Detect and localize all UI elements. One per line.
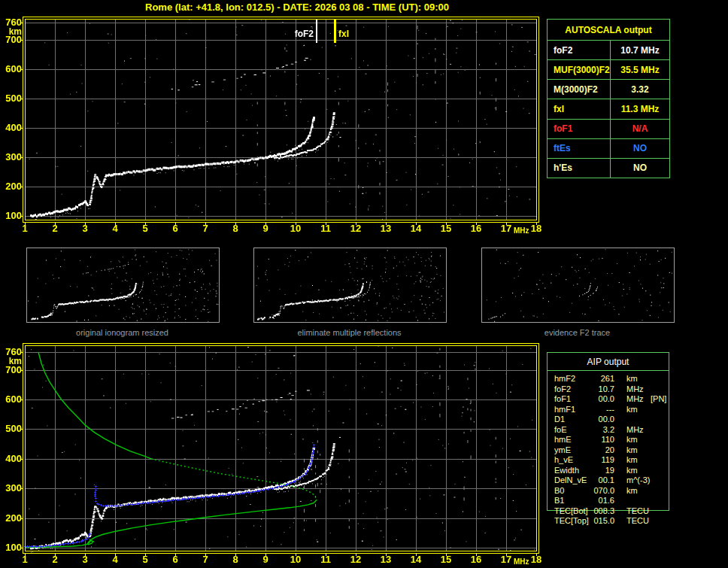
parameter-name: B1 <box>554 496 564 506</box>
x-tick-label: 18 <box>527 223 545 234</box>
x-tick-label: 7 <box>196 223 214 234</box>
parameter-value: 10.7 <box>586 384 614 394</box>
aip-table-header: AIP output <box>547 357 669 367</box>
parameter-unit: TECU <box>626 516 649 526</box>
thumbnail-caption: eliminate multiple reflections <box>253 328 445 337</box>
x-tick-label: 12 <box>347 554 365 565</box>
page-title: Rome (lat: +41.8, lon: 012.5) - DATE: 20… <box>71 2 523 13</box>
parameter-unit: MHz <box>626 384 644 394</box>
parameter-unit: km <box>626 374 638 384</box>
thumbnail-caption: original ionogram resized <box>26 328 218 337</box>
fof2-marker-label: foF2 <box>286 29 314 39</box>
parameter-name: h_vE <box>554 455 573 465</box>
autoscala-table-row: foF210.7 MHz <box>548 41 669 60</box>
parameter-value: 3.2 <box>586 425 614 435</box>
y-tick-label: 300 <box>1 484 22 493</box>
x-tick-label: 3 <box>76 223 94 234</box>
thumbnail-evidence-f2-trace <box>481 248 675 323</box>
autoscala-table-row: MUF(3000)F235.5 MHz <box>548 60 669 80</box>
parameter-unit: km <box>626 435 638 445</box>
parameter-name: foF1 <box>554 394 571 404</box>
aip-table-row: hmE110km <box>547 435 712 445</box>
x-tick-label: 4 <box>106 223 124 234</box>
x-tick-label: 16 <box>467 554 485 565</box>
parameter-value: --- <box>586 405 614 415</box>
x-tick-label: 1 <box>16 554 34 565</box>
fxi-marker-label: fxI <box>338 29 349 39</box>
parameter-value: 00.1 <box>586 475 614 485</box>
parameter-value: 10.7 MHz <box>611 41 669 59</box>
parameter-name: foE <box>554 425 567 435</box>
x-tick-label: 18 <box>527 554 545 565</box>
y-tick-label: 400 <box>1 454 22 463</box>
aip-table-row: foF210.7MHz <box>547 384 712 394</box>
x-tick-label: 14 <box>407 223 425 234</box>
aip-table-row: hmF2261km <box>547 374 712 384</box>
parameter-unit: km <box>626 445 638 455</box>
x-tick-label: 4 <box>106 554 124 565</box>
aip-table-row: DelN_vE00.1m^(-3) <box>547 475 712 485</box>
autoscala-table-row: ftEsNO <box>548 139 669 159</box>
y-tick-label: 100 <box>1 543 22 552</box>
aip-table-row: ymE20km <box>547 445 712 455</box>
aip-table-row: h_vE119km <box>547 455 712 465</box>
x-tick-label: 12 <box>347 223 365 234</box>
parameter-unit: MHz <box>626 394 644 404</box>
autoscala-table-row: M(3000)F23.32 <box>548 80 669 99</box>
x-tick-label: 8 <box>226 554 244 565</box>
autoscala-table-row: h'EsNO <box>548 159 669 178</box>
thumbnail-eliminate-reflections <box>253 248 447 323</box>
x-tick-label: 1 <box>16 223 34 234</box>
y-tick-label: 500 <box>1 424 22 433</box>
x-axis-unit-label: MHz <box>514 226 529 235</box>
parameter-value: 015.0 <box>586 516 614 526</box>
y-tick-label: 200 <box>1 182 22 191</box>
aip-table-row: TEC[Top]015.0TECU <box>547 516 712 526</box>
x-axis-unit-label: MHz <box>514 557 529 566</box>
x-tick-label: 13 <box>377 223 395 234</box>
y-tick-label: 700 <box>1 35 22 44</box>
parameter-value: 35.5 MHz <box>611 60 669 79</box>
x-tick-label: 9 <box>256 554 275 565</box>
y-tick-label: 200 <box>1 514 22 523</box>
parameter-value: 008.3 <box>586 506 614 516</box>
parameter-value: 3.32 <box>611 80 669 99</box>
y-tick-label: 500 <box>1 94 22 103</box>
parameter-value: 11.3 MHz <box>611 99 669 118</box>
parameter-unit: km <box>626 455 638 465</box>
parameter-name: hmF1 <box>554 405 575 415</box>
parameter-unit: km <box>626 486 638 496</box>
parameter-name: TEC[Bot] <box>554 506 588 516</box>
x-tick-label: 6 <box>166 223 184 234</box>
parameter-unit: km <box>626 466 638 475</box>
y-tick-label: 600 <box>1 65 22 74</box>
x-tick-label: 15 <box>437 554 455 565</box>
x-tick-label: 2 <box>46 223 64 234</box>
parameter-value: 00.0 <box>586 394 614 404</box>
thumbnail-original-ionogram <box>26 248 220 323</box>
parameter-name: ymE <box>554 445 571 455</box>
aip-table-row: Ewidth19km <box>547 466 712 475</box>
x-tick-label: 17 <box>497 223 515 234</box>
parameter-value: 20 <box>586 445 614 455</box>
autoscala-table-header: AUTOSCALA output <box>548 20 669 41</box>
parameter-name: foF1 <box>548 120 611 138</box>
x-tick-label: 16 <box>467 223 485 234</box>
x-tick-label: 11 <box>317 223 335 234</box>
autoscala-output-table: AUTOSCALA output foF210.7 MHzMUF(3000)F2… <box>547 19 670 178</box>
x-tick-label: 10 <box>287 554 305 565</box>
parameter-unit: km <box>626 405 638 415</box>
x-tick-label: 15 <box>437 223 455 234</box>
aip-table-row: D100.0 <box>547 415 712 424</box>
parameter-name: ftEs <box>548 139 611 158</box>
parameter-value: NO <box>611 159 669 178</box>
aip-table-header-separator <box>547 370 669 371</box>
aip-table-row: B101.6 <box>547 496 712 506</box>
parameter-flag: [PN] <box>651 394 666 404</box>
thumbnail-caption: evidence F2 trace <box>481 328 673 337</box>
parameter-value: 19 <box>586 466 614 475</box>
parameter-name: TEC[Top] <box>554 516 589 526</box>
parameter-name: foF2 <box>554 384 571 394</box>
autoscala-app-window: Rome (lat: +41.8, lon: 012.5) - DATE: 20… <box>0 0 728 568</box>
autoscala-table-row: foF1N/A <box>548 120 669 139</box>
